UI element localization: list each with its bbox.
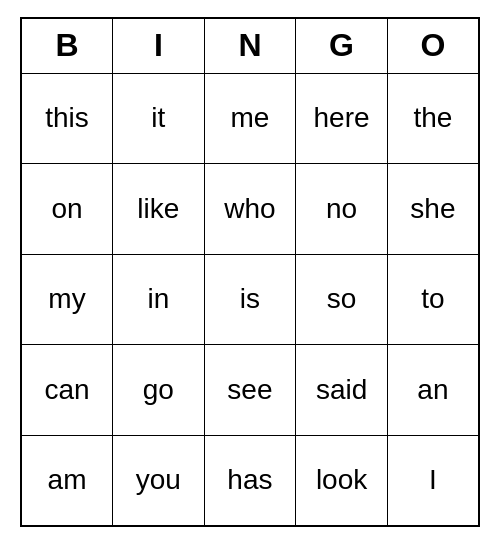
bingo-cell-2-4: to (387, 254, 479, 345)
bingo-cell-2-0: my (21, 254, 113, 345)
bingo-cell-4-4: I (387, 435, 479, 526)
bingo-cell-3-0: can (21, 345, 113, 436)
header-col-n: N (204, 18, 296, 73)
bingo-cell-0-3: here (296, 73, 388, 164)
bingo-cell-1-0: on (21, 164, 113, 255)
header-row: BINGO (21, 18, 479, 73)
bingo-cell-3-3: said (296, 345, 388, 436)
bingo-cell-2-1: in (113, 254, 205, 345)
bingo-cell-0-1: it (113, 73, 205, 164)
bingo-cell-4-3: look (296, 435, 388, 526)
bingo-cell-1-1: like (113, 164, 205, 255)
bingo-cell-3-4: an (387, 345, 479, 436)
bingo-cell-3-1: go (113, 345, 205, 436)
bingo-cell-4-0: am (21, 435, 113, 526)
bingo-cell-0-4: the (387, 73, 479, 164)
bingo-cell-0-0: this (21, 73, 113, 164)
header-col-g: G (296, 18, 388, 73)
bingo-row-0: thisitmeherethe (21, 73, 479, 164)
bingo-cell-1-2: who (204, 164, 296, 255)
bingo-cell-2-2: is (204, 254, 296, 345)
bingo-card: BINGO thisitmeheretheonlikewhonoshemyini… (20, 17, 480, 527)
header-col-i: I (113, 18, 205, 73)
bingo-cell-3-2: see (204, 345, 296, 436)
bingo-row-3: cangoseesaidan (21, 345, 479, 436)
bingo-row-2: myinissoto (21, 254, 479, 345)
bingo-row-1: onlikewhonoshe (21, 164, 479, 255)
bingo-cell-4-2: has (204, 435, 296, 526)
bingo-row-4: amyouhaslookI (21, 435, 479, 526)
header-col-o: O (387, 18, 479, 73)
bingo-cell-4-1: you (113, 435, 205, 526)
header-col-b: B (21, 18, 113, 73)
bingo-cell-1-3: no (296, 164, 388, 255)
bingo-cell-1-4: she (387, 164, 479, 255)
bingo-cell-0-2: me (204, 73, 296, 164)
bingo-cell-2-3: so (296, 254, 388, 345)
